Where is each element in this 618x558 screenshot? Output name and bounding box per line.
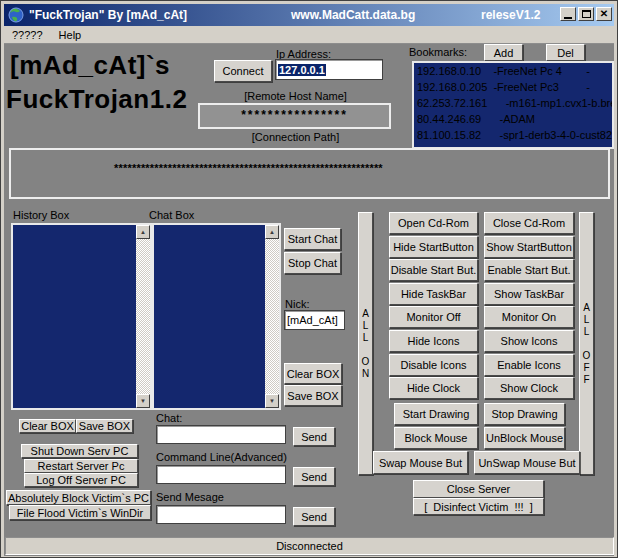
scroll-up-icon: ▲: [140, 229, 146, 235]
command-line-label: Command Line(Advanced): [156, 451, 287, 463]
block-victim-pc-button[interactable]: Absolutely Block Victim`s PC: [6, 490, 151, 505]
bookmark-item[interactable]: 62.253.72.161 -m161-mp1.cvx1-b.bre: [414, 95, 612, 111]
bookmarks-list: 192.168.0.10 -FreeNet Pc 4 - 192.168.0.2…: [412, 61, 614, 149]
enable-start-button[interactable]: Enable Start But.: [484, 259, 574, 281]
bookmark-item[interactable]: 80.44.246.69 -ADAM: [414, 111, 612, 127]
minimize-icon: [564, 17, 572, 19]
window-title: "FuckTrojan" By [mAd_cAt]: [29, 8, 187, 22]
logoff-server-button[interactable]: Log Off Server PC: [24, 473, 138, 487]
bookmarks-label: Bookmarks:: [409, 46, 467, 58]
monitor-off-button[interactable]: Monitor Off: [389, 306, 478, 328]
client-area: [mAd_cAt]`s FuckTrojan1.2 Connect Ip Add…: [4, 44, 614, 556]
scroll-up-icon: ▲: [269, 229, 275, 235]
close-icon: ✕: [600, 9, 608, 19]
hide-startbutton-button[interactable]: Hide StartButton: [389, 236, 478, 258]
bookmark-add-button[interactable]: Add: [484, 44, 523, 61]
save-box-small-button[interactable]: Save BOX: [76, 419, 133, 433]
menu-questions[interactable]: ?????: [12, 29, 43, 41]
show-startbutton-button[interactable]: Show StartButton: [484, 236, 574, 258]
stop-chat-button[interactable]: Stop Chat: [284, 252, 341, 274]
history-box-label: History Box: [13, 209, 69, 221]
scroll-down-icon: ▼: [269, 398, 275, 404]
maximize-button[interactable]: [578, 7, 594, 21]
hide-taskbar-button[interactable]: Hide TaskBar: [389, 283, 478, 305]
swap-mouse-button[interactable]: Swap Mouse But: [373, 451, 468, 474]
ip-address-value: 127.0.0.1: [278, 64, 326, 76]
hide-icons-button[interactable]: Hide Icons: [389, 330, 478, 352]
scrollbar-track[interactable]: [265, 239, 279, 394]
menu-bar: ????? Help: [4, 26, 614, 44]
bookmark-item[interactable]: 192.168.0.205 -FreeNet Pc3 -: [414, 79, 612, 95]
send-chat-button[interactable]: Send: [293, 427, 335, 446]
clear-box-button[interactable]: Clear BOX: [284, 363, 342, 384]
connection-path-field[interactable]: ****************************************…: [9, 148, 610, 199]
restart-server-button[interactable]: Restart Server Pc: [24, 459, 138, 473]
remote-host-label: [Remote Host Name]: [199, 90, 392, 102]
maximize-icon: [582, 10, 591, 18]
show-taskbar-button[interactable]: Show TaskBar: [484, 283, 574, 305]
nick-label: Nick:: [285, 298, 309, 310]
unblock-mouse-button[interactable]: UnBlock Mouse: [484, 427, 565, 449]
scroll-down-icon: ▼: [140, 398, 146, 404]
shutdown-server-button[interactable]: Shut Down Serv PC: [21, 444, 138, 458]
scrollbar-track[interactable]: [136, 239, 150, 394]
show-clock-button[interactable]: Show Clock: [484, 377, 574, 399]
disinfect-victim-button[interactable]: [ Disinfect Victim !!! ]: [413, 498, 544, 515]
menu-help[interactable]: Help: [59, 29, 82, 41]
disable-start-button[interactable]: Disable Start But.: [389, 259, 478, 281]
chat-input-label: Chat:: [156, 412, 182, 424]
send-message-input[interactable]: [156, 505, 286, 524]
minimize-button[interactable]: [560, 7, 576, 21]
file-flood-button[interactable]: File Flood Victim`s WinDir: [9, 505, 151, 520]
close-button[interactable]: ✕: [596, 7, 612, 21]
history-box[interactable]: ▲ ▼: [11, 223, 152, 410]
scroll-up-button[interactable]: ▲: [136, 225, 150, 239]
close-server-button[interactable]: Close Server: [413, 480, 544, 498]
brand-line2: FuckTrojan1.2: [6, 84, 187, 115]
chat-box[interactable]: ▲ ▼: [152, 223, 281, 410]
close-cd-rom-button[interactable]: Close Cd-Rom: [484, 212, 574, 234]
connection-path-label: [Connection Path]: [199, 131, 392, 143]
all-on-button[interactable]: A L L O N: [358, 212, 373, 475]
globe-icon: [8, 7, 24, 23]
block-mouse-button[interactable]: Block Mouse: [394, 427, 478, 449]
start-drawing-button[interactable]: Start Drawing: [394, 403, 478, 425]
chat-input[interactable]: [156, 425, 286, 444]
disable-icons-button[interactable]: Disable Icons: [389, 354, 478, 376]
command-line-input[interactable]: [156, 465, 286, 484]
monitor-on-button[interactable]: Monitor On: [484, 306, 574, 328]
show-icons-button[interactable]: Show Icons: [484, 330, 574, 352]
all-off-button[interactable]: A L L O F F: [579, 212, 594, 475]
open-cd-rom-button[interactable]: Open Cd-Rom: [389, 212, 478, 234]
start-chat-button[interactable]: Start Chat: [284, 228, 341, 250]
bookmark-item[interactable]: 192.168.0.10 -FreeNet Pc 4 -: [414, 63, 612, 79]
nick-value: [mAd_cAt]: [287, 314, 338, 326]
bookmark-del-button[interactable]: Del: [546, 44, 585, 61]
status-bar: Disconnected: [5, 537, 614, 555]
bookmark-item[interactable]: 81.100.15.82 -spr1-derb3-4-0-cust82.r: [414, 127, 612, 143]
connection-path-value: ****************************************…: [114, 162, 383, 174]
remote-host-value: ****************: [241, 108, 348, 122]
app-window: "FuckTrojan" By [mAd_cAt] www.MadCatt.da…: [0, 0, 618, 558]
scroll-down-button[interactable]: ▼: [136, 394, 150, 408]
connect-button[interactable]: Connect: [214, 60, 272, 82]
window-controls: ✕: [560, 7, 612, 21]
window-title-url: www.MadCatt.data.bg: [291, 8, 415, 22]
remote-host-field[interactable]: ****************: [198, 103, 391, 129]
send-command-button[interactable]: Send: [293, 467, 335, 486]
brand-line1: [mAd_cAt]`s: [10, 50, 170, 81]
ip-address-input[interactable]: 127.0.0.1: [275, 59, 383, 80]
chat-box-label: Chat Box: [149, 209, 194, 221]
scroll-up-button[interactable]: ▲: [265, 225, 279, 239]
clear-box-small-button[interactable]: Clear BOX: [19, 419, 76, 433]
send-message-button[interactable]: Send: [293, 507, 335, 526]
enable-icons-button[interactable]: Enable Icons: [484, 354, 574, 376]
stop-drawing-button[interactable]: Stop Drawing: [484, 403, 565, 425]
history-scrollbar: ▲ ▼: [136, 225, 150, 408]
hide-clock-button[interactable]: Hide Clock: [389, 377, 478, 399]
scroll-down-button[interactable]: ▼: [265, 394, 279, 408]
unswap-mouse-button[interactable]: UnSwap Mouse But: [474, 451, 580, 474]
nick-input[interactable]: [mAd_cAt]: [284, 310, 345, 330]
status-text: Disconnected: [276, 540, 343, 552]
save-box-button[interactable]: Save BOX: [284, 385, 342, 406]
